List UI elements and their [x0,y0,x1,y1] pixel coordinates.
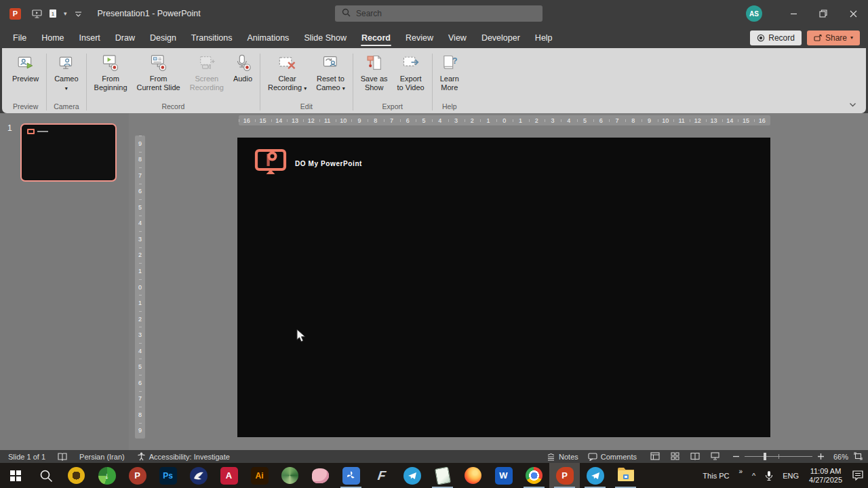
export-to-video-button[interactable]: Exportto Video [393,52,429,92]
from-current-slide-button[interactable]: FromCurrent Slide [132,52,185,92]
accessibility-status[interactable]: Accessibility: Investigate [137,452,230,461]
ruler-number: 3 [135,327,145,343]
taskbar-autocad[interactable]: A [214,463,244,488]
brand-text[interactable]: DO My PowerPoint [295,160,362,167]
slide-1-thumbnail[interactable] [20,123,117,182]
ribbon-tab[interactable]: Review [398,27,441,48]
ribbon-tab[interactable]: Record [354,27,398,48]
taskbar-blue-emblem-app[interactable] [183,463,214,488]
taskbar-powerpoint[interactable]: P [549,463,580,488]
restore-button[interactable] [808,0,838,27]
taskbar-psiphon[interactable]: P [122,463,153,488]
ribbon-tab[interactable]: Slide Show [296,27,354,48]
taskbar-yellow-circle-app[interactable] [61,463,92,488]
taskbar-telegram[interactable] [397,463,427,488]
ribbon-tab[interactable]: View [441,27,474,48]
search-input[interactable] [356,9,536,18]
ribbon-tab[interactable]: Design [142,27,184,48]
normal-view-button[interactable] [650,452,660,462]
toolbar-expand-chevrons[interactable]: » [734,459,747,484]
search-box[interactable] [335,5,542,22]
vertical-ruler[interactable]: 9876543210123456789 [135,136,145,439]
group-label-preview: Preview [6,102,45,113]
notes-toggle[interactable]: Notes [547,453,578,461]
taskbar-green-spiral-app[interactable] [275,463,305,488]
slideshow-view-button[interactable] [711,452,719,462]
preview-button[interactable]: Preview [7,52,43,83]
save-as-show-button[interactable]: Save asShow [356,52,393,92]
taskbar-photoshop[interactable]: Ps [153,463,183,488]
taskbar-file-explorer[interactable] [610,463,641,488]
ribbon-tab[interactable]: File [5,27,34,48]
hidden-icons-chevron[interactable]: ^ [747,463,760,488]
ribbon-tab[interactable]: Home [34,27,71,48]
from-beginning-button[interactable]: FromBeginning [90,52,132,92]
chevron-down-icon[interactable]: ▾ [64,10,67,17]
taskbar-blue-pinwheel-app[interactable] [336,463,366,488]
taskbar-telegram-2[interactable] [580,463,610,488]
taskbar-idm[interactable]: ↓ [92,463,122,488]
reset-to-cameo-button[interactable]: Reset toCameo ▾ [311,52,350,93]
ruler-number: 5 [135,199,145,216]
taskbar-chrome[interactable] [519,463,549,488]
cameo-icon [58,54,75,73]
slide-1-canvas[interactable]: DO My PowerPoint [237,138,770,437]
psiphon-icon: P [129,467,146,485]
microphone-tray-icon[interactable] [760,463,778,488]
start-button[interactable] [0,463,31,488]
ribbon-tab[interactable]: Draw [108,27,142,48]
reading-view-button[interactable] [690,452,700,462]
language-switcher[interactable]: ENG [778,463,804,488]
screen-recording-button: ScreenRecording [185,52,229,92]
slide-thumbnail-panel[interactable]: 1 [0,113,129,450]
cameo-button[interactable]: Cameo▾ [50,52,83,93]
horizontal-ruler[interactable]: 1615141312111098765432101234567891011121… [239,115,770,125]
taskbar-illustrator[interactable]: Ai [244,463,275,488]
taskbar-pink-app[interactable] [305,463,336,488]
account-avatar[interactable]: AS [746,5,762,22]
slide-sorter-view-button[interactable] [671,452,679,462]
thumbnail-title-bar [37,131,48,132]
customize-quick-access-icon[interactable] [74,11,83,17]
action-center-button[interactable] [848,463,868,488]
taskbar-firefox[interactable] [458,463,488,488]
taskbar-word[interactable]: W [488,463,519,488]
slideshow-from-beginning-icon[interactable] [32,9,42,18]
powerpoint-window: P 1 ▾ Presentation1 - PowerPoint AS [0,0,868,488]
workspace: 1 16151413121110987654321012345678910111… [0,113,868,450]
group-label-edit: Edit [262,102,351,113]
taskbar-f-app[interactable]: F [366,463,397,488]
close-button[interactable] [838,0,868,27]
brand-logo-group[interactable]: DO My PowerPoint [254,146,362,181]
zoom-slider[interactable] [745,456,812,457]
comments-toggle[interactable]: Comments [588,453,637,461]
document-icon[interactable]: 1 [49,9,57,18]
this-pc-toolbar[interactable]: This PC [698,463,734,488]
ribbon-tab[interactable]: Developer [474,27,528,48]
ribbon-tab[interactable]: Help [528,27,560,48]
powerpoint-app-icon[interactable]: P [9,8,21,20]
clock[interactable]: 11:09 AM 4/27/2025 [804,467,848,485]
editing-canvas[interactable]: 1615141312111098765432101234567891011121… [129,113,868,450]
clear-recording-button[interactable]: ClearRecording ▾ [263,52,311,93]
language-indicator[interactable]: Persian (Iran) [79,453,125,461]
ribbon-tab[interactable]: Animations [240,27,297,48]
minimize-button[interactable] [778,0,808,27]
slide-indicator[interactable]: Slide 1 of 1 [8,453,45,461]
zoom-level[interactable]: 66% [829,453,848,461]
share-button[interactable]: Share ▾ [807,30,860,45]
ribbon-tab[interactable]: Insert [72,27,108,48]
ruler-number: 13 [706,115,722,125]
audio-button[interactable]: Audio [229,52,257,83]
taskbar-search-button[interactable] [31,463,61,488]
zoom-in-button[interactable] [818,453,824,461]
record-quick-button[interactable]: Record [750,30,802,45]
taskbar-notepad-app[interactable] [427,463,458,488]
zoom-slider-thumb[interactable] [764,453,766,460]
learn-more-button[interactable]: ? LearnMore [435,52,464,92]
collapse-ribbon-button[interactable] [849,98,856,110]
spell-check-icon[interactable] [58,453,67,461]
ribbon-tab[interactable]: Transitions [184,27,240,48]
fit-to-window-button[interactable] [854,452,863,462]
search-icon [39,469,53,483]
